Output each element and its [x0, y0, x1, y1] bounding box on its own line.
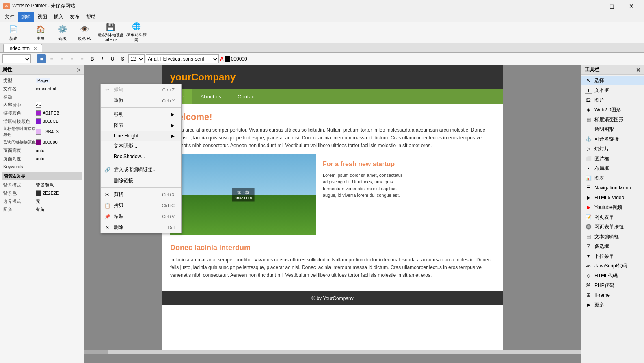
- underline-btn[interactable]: U: [108, 54, 117, 63]
- tool-dropdown[interactable]: ▾ 下拉菜单: [581, 251, 644, 261]
- cm-move[interactable]: 移动 ▶: [101, 109, 181, 120]
- tool-navmenu[interactable]: ☰ Navigation Menu: [581, 183, 644, 193]
- nav-about[interactable]: About us: [192, 89, 229, 104]
- maximize-button[interactable]: ◻: [603, 0, 621, 12]
- menu-publish[interactable]: 发布: [67, 12, 83, 22]
- tool-image[interactable]: 🖼 图片: [581, 95, 644, 105]
- cm-chart[interactable]: 图表 ▶: [101, 120, 181, 131]
- prop-link-color-swatch[interactable]: A01FCB: [36, 110, 60, 116]
- align-left-btn[interactable]: ≡: [47, 54, 56, 63]
- new-button[interactable]: 📄 新建: [3, 24, 24, 41]
- visited-link-color-box: [36, 139, 41, 145]
- menu-help[interactable]: 帮助: [83, 12, 99, 22]
- bold-btn[interactable]: B: [88, 54, 97, 63]
- cm-undo[interactable]: ↩ 撤销 Ctrl+Z: [101, 84, 181, 95]
- tool-textbox-label: 文本框: [594, 87, 609, 94]
- cm-cut[interactable]: ✂ 剪切 Ctrl+X: [101, 189, 181, 200]
- cm-copy[interactable]: 📋 拷贝 Ctrl+C: [101, 200, 181, 211]
- prop-hover-link-row: 鼠标悬停时链接接颜色 E3B4F3: [2, 125, 82, 138]
- bg-color-value: 2E2E2E: [43, 191, 59, 196]
- tool-transparent[interactable]: ◻ 透明图形: [581, 124, 644, 134]
- select-icon: ↖: [585, 77, 592, 84]
- menu-insert[interactable]: 插入: [50, 12, 67, 22]
- prop-border-radius-label: 圆角: [3, 206, 36, 213]
- tool-chart[interactable]: 📊 图表: [581, 173, 644, 183]
- prop-bg-color-swatch[interactable]: 2E2E2E: [36, 190, 59, 196]
- cm-line-height[interactable]: Line Height ▶: [101, 131, 181, 141]
- overlay-text: Lorem ipsum dolor sit amet, consectetur …: [323, 172, 411, 199]
- menu-file[interactable]: 文件: [2, 12, 18, 22]
- prop-center-checkbox[interactable]: ✓: [36, 102, 41, 108]
- tab-bar: index.html ✕: [0, 43, 644, 53]
- tool-php[interactable]: ⌘ PHP代码: [581, 280, 644, 290]
- align-right-btn[interactable]: ≡: [67, 54, 76, 63]
- tool-imagebox[interactable]: ⬜ 图片框: [581, 154, 644, 163]
- preview-button[interactable]: 👁️ 预览 F5: [74, 24, 95, 41]
- tool-anchor[interactable]: ⚓ 可命名链接: [581, 134, 644, 144]
- align-center-btn[interactable]: ≡: [57, 54, 66, 63]
- canvas-scrollbar-h[interactable]: [84, 350, 581, 354]
- tool-checkbox[interactable]: ☑ 多选框: [581, 241, 644, 251]
- page-header: yourCompany: [162, 65, 503, 89]
- cm-remove-link-label: 删除链接: [114, 177, 133, 184]
- minimize-button[interactable]: —: [583, 0, 602, 12]
- options-button[interactable]: ⚙️ 选项: [52, 24, 73, 41]
- props-panel-close[interactable]: ✕: [76, 67, 81, 73]
- font-family-select[interactable]: Arial, Helvetica, sans-serif: [146, 54, 219, 63]
- cm-text-shadow[interactable]: 文本阴影...: [101, 141, 181, 152]
- cm-box-shadow[interactable]: Box Shadow...: [101, 152, 181, 161]
- tool-more[interactable]: ▶ 更多: [581, 300, 644, 310]
- tab-index[interactable]: index.html ✕: [3, 44, 42, 52]
- youtube-icon: ▶: [585, 204, 592, 211]
- tool-html[interactable]: ◇ HTML代码: [581, 271, 644, 280]
- nav-contact[interactable]: Contact: [229, 89, 264, 104]
- publish-web-button[interactable]: 🌐 发布到互联网: [126, 24, 147, 41]
- prop-bg-color-label: 背景色: [3, 190, 36, 196]
- tool-js[interactable]: JS JavaScript代码: [581, 261, 644, 271]
- currency-btn[interactable]: $: [118, 54, 127, 63]
- tab-close[interactable]: ✕: [33, 46, 37, 51]
- tool-web20[interactable]: ◈ Web2.0图形: [581, 105, 644, 115]
- prop-visited-link-swatch[interactable]: 800080: [36, 139, 58, 145]
- page-footer: © by YourCompany: [162, 291, 503, 305]
- menu-edit[interactable]: 编辑: [18, 12, 34, 22]
- textbox-icon: T: [585, 87, 592, 94]
- align-justify-btn[interactable]: ≡: [78, 54, 86, 63]
- menu-view[interactable]: 视图: [34, 12, 50, 22]
- font-size-select[interactable]: 12: [128, 54, 145, 63]
- tool-formbutton[interactable]: 🔘 网页表单按钮: [581, 222, 644, 232]
- tool-youtube[interactable]: ▶ Youtube视频: [581, 202, 644, 212]
- font-color-swatch[interactable]: [225, 56, 230, 62]
- home-button[interactable]: 🏠 主页: [30, 24, 51, 41]
- cm-paste[interactable]: 📌 粘贴 Ctrl+V: [101, 211, 181, 222]
- tool-iframe[interactable]: ⊞ IFrame: [581, 290, 644, 300]
- active-link-color-value: 8018CB: [43, 119, 59, 124]
- italic-btn[interactable]: I: [98, 54, 107, 63]
- tool-layout[interactable]: ▪ 布局框: [581, 163, 644, 173]
- prop-active-link-swatch[interactable]: 8018CB: [36, 118, 59, 124]
- close-button[interactable]: ✕: [622, 0, 641, 12]
- tool-iframe-label: IFrame: [594, 292, 610, 298]
- publish-web-icon: 🌐: [131, 22, 142, 31]
- toolbox-close[interactable]: ✕: [636, 67, 641, 73]
- tool-slideshow[interactable]: ▷ 幻灯片: [581, 144, 644, 154]
- tool-html5video[interactable]: ▶ HTML5 Video: [581, 193, 644, 202]
- publish-web-label: 发布到互联网: [126, 32, 147, 43]
- tool-webform[interactable]: 📝 网页表单: [581, 212, 644, 222]
- cm-redo[interactable]: 重做 Ctrl+Y: [101, 95, 181, 106]
- tool-textarea[interactable]: ▤ 文本编辑框: [581, 232, 644, 241]
- style-select[interactable]: [2, 54, 31, 63]
- cm-insert-link[interactable]: 🔗 插入或者编辑链接...: [101, 164, 181, 175]
- image-section: 家下载 anxz.com For a fresh new startup Lor…: [170, 154, 495, 235]
- tool-gradient[interactable]: ▦ 梯度渐变图形: [581, 115, 644, 124]
- prop-link-color-row: 链接颜色 A01FCB: [2, 109, 82, 117]
- prop-filename-row: 文件名 index.html: [2, 85, 82, 93]
- color-pick-btn[interactable]: ■: [37, 54, 46, 63]
- cm-delete[interactable]: ✕ 删除 Del: [101, 222, 181, 233]
- scrollbar-thumb[interactable]: [84, 350, 108, 354]
- cm-remove-link[interactable]: 删除链接: [101, 175, 181, 186]
- tool-select[interactable]: ↖ 选择: [581, 76, 644, 85]
- publish-local-button[interactable]: 💾 发布到本地硬盘Ctrl + F5: [96, 24, 125, 41]
- prop-hover-link-swatch[interactable]: E3B4F3: [36, 129, 59, 135]
- tool-textbox[interactable]: T 文本框: [581, 85, 644, 95]
